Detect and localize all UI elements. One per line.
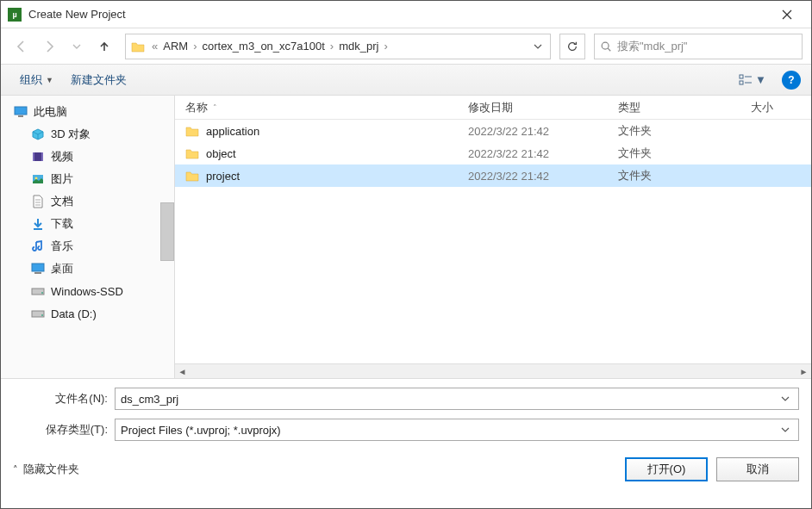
column-size[interactable]: 大小 [740, 100, 811, 115]
view-options-button[interactable]: ▼ [732, 70, 773, 90]
file-type: 文件夹 [608, 168, 740, 183]
svg-rect-20 [34, 272, 41, 274]
filename-input[interactable]: ds_cm3_prj [115, 388, 799, 410]
filetype-value: Project Files (*.uvproj; *.uvprojx) [121, 424, 778, 437]
search-input[interactable]: 搜索"mdk_prj" [594, 34, 803, 59]
sidebar-item-documents[interactable]: 文档 [1, 190, 174, 213]
view-icon [739, 74, 753, 86]
up-button[interactable] [92, 34, 116, 59]
sidebar-item-music[interactable]: 音乐 [1, 235, 174, 258]
sidebar-item-label: 音乐 [51, 239, 73, 254]
chevron-right-icon: › [191, 40, 198, 53]
sidebar-item-label: 3D 对象 [51, 127, 91, 142]
chevron-up-icon: ˄ [13, 464, 18, 475]
sidebar: 此电脑3D 对象视频图片文档下载音乐桌面Windows-SSDData (D:) [1, 96, 175, 378]
svg-point-22 [41, 292, 43, 294]
filename-label: 文件名(N): [13, 391, 115, 407]
file-row[interactable]: project2022/3/22 21:42文件夹 [175, 164, 811, 187]
sidebar-scrollbar[interactable] [160, 202, 174, 261]
svg-line-3 [608, 48, 610, 51]
svg-rect-4 [740, 75, 743, 78]
footer: ˄ 隐藏文件夹 打开(O) 取消 [1, 450, 811, 489]
svg-rect-9 [18, 115, 23, 117]
file-date: 2022/3/22 21:42 [458, 147, 608, 160]
svg-point-2 [602, 42, 609, 49]
navigation-row: « ARM › cortex_m3_on_xc7a100t › mdk_prj … [1, 28, 811, 65]
svg-point-24 [41, 314, 43, 316]
sidebar-item-pc[interactable]: 此电脑 [1, 101, 174, 123]
forward-button[interactable] [37, 34, 61, 59]
address-dropdown[interactable] [529, 42, 547, 51]
video-icon [30, 149, 46, 164]
column-type[interactable]: 类型 [608, 100, 740, 115]
file-area: 名称˄ 修改日期 类型 大小 application2022/3/22 21:4… [175, 96, 811, 378]
close-icon [782, 9, 792, 20]
svg-rect-12 [41, 152, 43, 161]
filetype-label: 保存类型(T): [13, 422, 115, 438]
file-row[interactable]: application2022/3/22 21:42文件夹 [175, 120, 811, 142]
downloads-icon [30, 216, 46, 232]
sidebar-item-label: Windows-SSD [51, 285, 123, 298]
filetype-dropdown[interactable] [778, 425, 793, 434]
folder-icon [185, 125, 199, 137]
sidebar-item-pictures[interactable]: 图片 [1, 168, 174, 190]
file-name: project [206, 170, 240, 183]
sidebar-item-drive[interactable]: Windows-SSD [1, 280, 174, 302]
back-button[interactable] [9, 34, 34, 59]
folder-icon [185, 147, 199, 159]
sidebar-item-drive[interactable]: Data (D:) [1, 302, 174, 325]
column-name[interactable]: 名称˄ [175, 100, 458, 115]
svg-rect-19 [32, 264, 44, 271]
sidebar-item-label: Data (D:) [51, 307, 97, 320]
folder-icon [129, 38, 147, 55]
sidebar-item-label: 文档 [51, 194, 73, 209]
file-date: 2022/3/22 21:42 [458, 170, 608, 183]
file-name: application [206, 125, 259, 138]
filename-value: ds_cm3_prj [121, 393, 778, 406]
recent-dropdown[interactable] [65, 34, 89, 59]
hide-folders-toggle[interactable]: ˄ 隐藏文件夹 [13, 462, 79, 477]
help-button[interactable]: ? [782, 71, 801, 90]
sidebar-item-video[interactable]: 视频 [1, 146, 174, 168]
sidebar-item-downloads[interactable]: 下载 [1, 213, 174, 235]
organize-button[interactable]: 组织▼ [11, 69, 62, 91]
sidebar-item-label: 图片 [51, 171, 73, 187]
sidebar-item-3d[interactable]: 3D 对象 [1, 123, 174, 146]
column-headers: 名称˄ 修改日期 类型 大小 [175, 96, 811, 120]
cancel-button[interactable]: 取消 [716, 457, 799, 481]
search-icon [600, 40, 612, 53]
breadcrumb-arm[interactable]: ARM [159, 40, 191, 53]
desktop-icon [30, 261, 46, 276]
breadcrumb-mdkprj[interactable]: mdk_prj [335, 40, 382, 53]
file-date: 2022/3/22 21:42 [458, 125, 608, 138]
documents-icon [30, 194, 46, 209]
address-bar[interactable]: « ARM › cortex_m3_on_xc7a100t › mdk_prj … [125, 34, 551, 59]
refresh-icon [566, 40, 578, 53]
3d-icon [30, 127, 46, 142]
scroll-left-icon[interactable]: ◄ [175, 364, 190, 379]
filetype-select[interactable]: Project Files (*.uvproj; *.uvprojx) [115, 419, 799, 441]
scroll-right-icon[interactable]: ► [796, 364, 811, 379]
file-type: 文件夹 [608, 146, 740, 161]
sidebar-item-label: 下载 [51, 216, 73, 232]
close-button[interactable] [770, 1, 804, 28]
main-area: 此电脑3D 对象视频图片文档下载音乐桌面Windows-SSDData (D:)… [1, 96, 811, 378]
filename-dropdown[interactable] [778, 394, 793, 403]
toolbar: 组织▼ 新建文件夹 ▼ ? [1, 65, 811, 96]
horizontal-scrollbar[interactable]: ◄ ► [175, 363, 811, 378]
column-date[interactable]: 修改日期 [458, 100, 608, 115]
file-row[interactable]: object2022/3/22 21:42文件夹 [175, 142, 811, 164]
open-button[interactable]: 打开(O) [625, 457, 708, 481]
breadcrumb-separator: « [150, 40, 159, 53]
refresh-button[interactable] [559, 34, 585, 59]
svg-rect-5 [740, 81, 743, 84]
sidebar-item-desktop[interactable]: 桌面 [1, 258, 174, 280]
title-bar: µ Create New Project [1, 1, 811, 28]
music-icon [30, 239, 46, 254]
pictures-icon [30, 171, 46, 187]
sidebar-item-label: 视频 [51, 149, 73, 164]
breadcrumb-cortex[interactable]: cortex_m3_on_xc7a100t [198, 40, 328, 53]
search-placeholder: 搜索"mdk_prj" [617, 39, 687, 54]
app-icon: µ [8, 8, 22, 22]
new-folder-button[interactable]: 新建文件夹 [62, 69, 135, 91]
